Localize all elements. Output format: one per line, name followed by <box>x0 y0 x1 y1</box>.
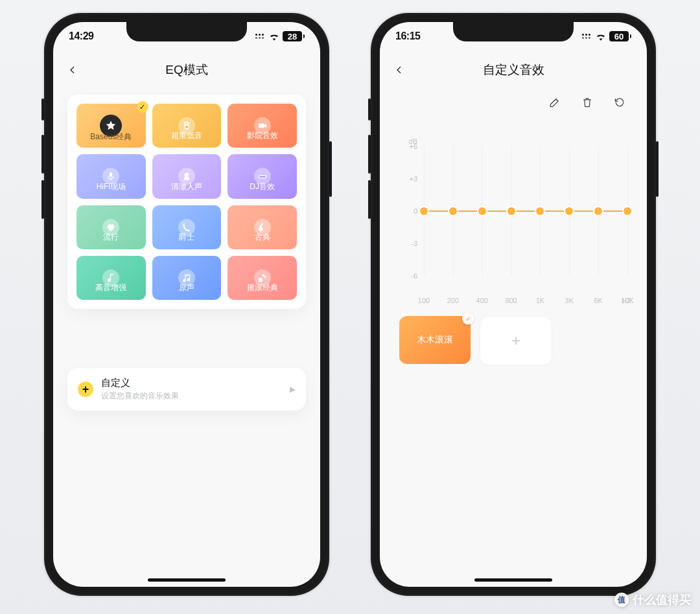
eq-slider-handle[interactable] <box>508 207 515 215</box>
eq-slider-handle[interactable] <box>478 207 486 215</box>
eq-tile-label: 清澈人声 <box>152 181 222 192</box>
y-tick: 0 <box>414 207 417 215</box>
x-tick: 6K <box>594 297 602 304</box>
svg-point-2 <box>186 123 187 124</box>
status-time: 16:15 <box>395 30 420 42</box>
eq-tile-8[interactable]: 古典 <box>228 205 297 249</box>
eq-tile-4[interactable]: 清澈人声 <box>152 154 222 198</box>
svg-rect-3 <box>259 124 264 128</box>
eq-slider-handle[interactable] <box>420 207 428 215</box>
x-tick: 1K <box>536 297 544 304</box>
svg-rect-4 <box>110 172 112 177</box>
eq-tile-6[interactable]: 流行 <box>76 205 146 249</box>
eq-tile-label: 摇滚经典 <box>228 282 297 293</box>
eq-tile-label: HiFi现场 <box>76 181 146 192</box>
notch <box>453 22 574 41</box>
y-tick: -6 <box>411 272 417 280</box>
eq-tile-label: 影院音效 <box>228 130 297 141</box>
back-button[interactable] <box>61 58 84 82</box>
page-title: EQ模式 <box>165 62 207 78</box>
check-icon: ✓ <box>137 101 148 113</box>
custom-eq-row[interactable]: + 自定义 设置您喜欢的音乐效果 ▶ <box>67 368 306 411</box>
custom-preset-active[interactable]: 木木滚滚 ✓ <box>399 316 471 364</box>
phone-right: 16:15 60 自定义音效 <box>371 13 656 596</box>
eq-slider-handle[interactable] <box>624 207 631 215</box>
eq-tile-11[interactable]: 摇滚经典 <box>228 256 297 300</box>
eq-tile-label: Baseus经典 <box>76 131 146 142</box>
custom-title: 自定义 <box>101 377 179 389</box>
y-tick: +3 <box>409 175 417 183</box>
svg-point-5 <box>185 173 189 177</box>
toolbar <box>547 95 627 110</box>
eq-slider-handle[interactable] <box>565 207 573 215</box>
hz-label: HZ <box>622 297 631 304</box>
x-tick: 200 <box>447 297 459 304</box>
add-custom-preset[interactable]: + <box>480 316 552 365</box>
svg-point-1 <box>185 126 188 128</box>
y-tick: +6 <box>409 142 417 150</box>
cellular-icon <box>255 34 264 39</box>
notch <box>126 22 247 41</box>
x-tick: 3K <box>565 297 574 304</box>
eq-tile-label: 原声 <box>152 282 222 293</box>
wifi-icon <box>268 32 280 41</box>
eq-tile-label: 爵士 <box>152 232 222 243</box>
eq-tile-2[interactable]: 影院音效 <box>228 104 297 148</box>
eq-presets-card: Baseus经典✓超重低音影院音效HiFi现场清澈人声DJ音效流行爵士古典高音增… <box>67 95 306 309</box>
status-time: 14:29 <box>69 30 93 42</box>
wifi-icon <box>595 32 607 41</box>
screen-custom-eq: 16:15 60 自定义音效 <box>380 22 647 587</box>
eq-slider-handle[interactable] <box>594 207 602 215</box>
eq-tile-3[interactable]: HiFi现场 <box>76 154 146 198</box>
home-indicator[interactable] <box>474 578 552 582</box>
eq-tile-5[interactable]: DJ音效 <box>228 154 297 198</box>
header: EQ模式 <box>53 53 320 87</box>
eq-slider-handle[interactable] <box>449 207 457 215</box>
page-title: 自定义音效 <box>483 62 544 78</box>
reset-button[interactable] <box>612 95 627 110</box>
svg-rect-7 <box>259 176 265 177</box>
custom-preset-row: 木木滚滚 ✓ + <box>399 316 627 365</box>
x-tick: 100 <box>418 297 430 304</box>
battery-indicator: 60 <box>609 31 631 41</box>
chevron-right-icon: ▶ <box>290 385 296 394</box>
watermark-icon: 值 <box>614 593 629 607</box>
eq-tile-7[interactable]: 爵士 <box>152 205 222 249</box>
eq-tile-0[interactable]: Baseus经典✓ <box>76 104 146 148</box>
eq-slider-handle[interactable] <box>536 207 544 215</box>
cellular-icon <box>582 34 590 39</box>
check-icon: ✓ <box>462 313 474 324</box>
custom-subtitle: 设置您喜欢的音乐效果 <box>101 391 179 402</box>
y-tick: -3 <box>411 240 417 247</box>
eq-tile-9[interactable]: 高音增强 <box>76 256 146 300</box>
eq-tile-1[interactable]: 超重低音 <box>152 104 222 148</box>
eq-tile-label: 高音增强 <box>76 282 146 293</box>
delete-button[interactable] <box>579 95 595 110</box>
eq-chart: dB+6+30-3-6 1002004008001K3K6K10K HZ <box>399 137 627 285</box>
x-tick: 800 <box>505 297 517 304</box>
eq-tile-label: 古典 <box>228 232 297 243</box>
watermark: 值 什么值得买 <box>614 592 691 608</box>
back-button[interactable] <box>388 58 411 82</box>
screen-eq-modes: 14:29 28 EQ模式 Baseus经典✓超重低音 <box>53 22 320 587</box>
eq-tile-label: 超重低音 <box>152 130 222 141</box>
custom-preset-label: 木木滚滚 <box>417 334 453 346</box>
phone-left: 14:29 28 EQ模式 Baseus经典✓超重低音 <box>44 13 329 596</box>
battery-indicator: 28 <box>283 31 305 41</box>
add-icon: + <box>78 381 93 397</box>
home-indicator[interactable] <box>148 578 226 582</box>
header: 自定义音效 <box>380 53 647 87</box>
eq-tile-label: 流行 <box>76 232 146 243</box>
edit-button[interactable] <box>547 95 563 110</box>
x-tick: 400 <box>476 297 488 304</box>
eq-tile-label: DJ音效 <box>228 181 297 192</box>
eq-tile-10[interactable]: 原声 <box>152 256 222 300</box>
